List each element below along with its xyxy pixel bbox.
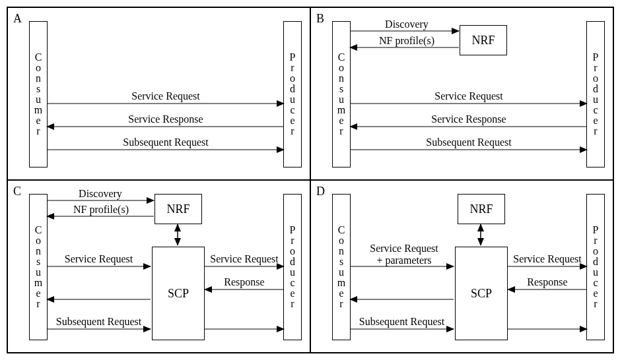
msg-subsequent-request: Subsequent Request	[48, 136, 284, 148]
msg-response: Response	[205, 276, 284, 288]
msg-discovery: Discovery	[364, 18, 450, 30]
panel-c: C Consumer Producer NRF SCP Discovery NF…	[7, 180, 310, 353]
msg-service-request-left: Service Request	[48, 253, 150, 265]
msg-service-response: Service Response	[48, 113, 284, 125]
msg-subsequent-request: Subsequent Request	[351, 136, 587, 148]
panel-a: A Consumer Producer Service Request Serv…	[7, 7, 310, 180]
panel-d: D Consumer Producer NRF SCP Service Requ…	[310, 180, 613, 353]
panel-b: B Consumer Producer NRF Discovery NF pro…	[310, 7, 613, 180]
msg-discovery: Discovery	[54, 188, 147, 200]
msg-subsequent-request: Subsequent Request	[351, 316, 453, 328]
msg-subsequent-request: Subsequent Request	[48, 316, 150, 328]
msg-nf-profiles: NF profile(s)	[357, 35, 456, 47]
diagram-grid: A Consumer Producer Service Request Serv…	[7, 7, 614, 353]
msg-service-request-params: Service Request + parameters	[355, 243, 454, 266]
msg-nf-profiles: NF profile(s)	[52, 204, 151, 216]
msg-service-request-right: Service Request	[508, 253, 587, 265]
msg-service-request-right: Service Request	[205, 253, 284, 265]
msg-response: Response	[508, 276, 587, 288]
msg-service-request: Service Request	[351, 90, 587, 102]
msg-service-request: Service Request	[48, 90, 284, 102]
msg-service-response: Service Response	[351, 113, 587, 125]
